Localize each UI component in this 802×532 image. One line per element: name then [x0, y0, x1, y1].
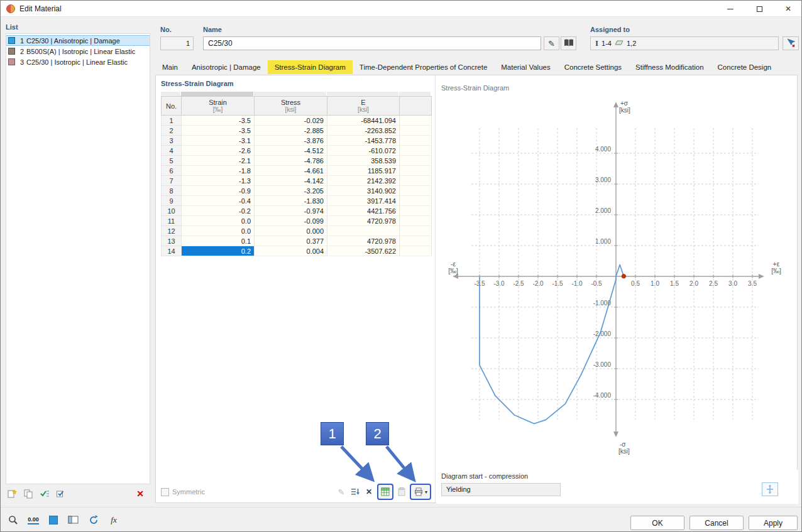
table-cell[interactable]: 0.0 — [182, 216, 255, 226]
symmetric-checkbox[interactable]: Symmetric — [161, 488, 205, 496]
table-cell[interactable]: -4.512 — [255, 146, 327, 156]
table-column-strip[interactable] — [161, 92, 431, 96]
tab-anisotropic-damage[interactable]: Anisotropic | Damage — [185, 60, 268, 74]
table-cell[interactable]: -3.5 — [182, 116, 255, 126]
table-cell[interactable] — [400, 216, 432, 226]
table-cell[interactable]: -3.205 — [255, 186, 327, 196]
table-cell[interactable]: -0.029 — [255, 116, 327, 126]
edit-values-button[interactable]: ✎ — [336, 485, 347, 499]
select-all-button[interactable] — [38, 487, 51, 500]
table-cell[interactable] — [400, 226, 432, 236]
refresh-button[interactable] — [86, 513, 101, 528]
table-cell[interactable]: -0.974 — [255, 206, 327, 216]
material-list-item[interactable]: 2B500S(A) | Isotropic | Linear Elastic — [6, 46, 150, 57]
table-cell[interactable]: -0.2 — [182, 206, 255, 216]
delete-rows-button[interactable]: ✕ — [363, 485, 375, 499]
table-cell[interactable]: -3.876 — [255, 136, 327, 146]
diagram-axis-button[interactable] — [762, 482, 778, 496]
table-cell[interactable] — [400, 136, 432, 146]
tab-stiffness-modification[interactable]: Stiffness Modification — [629, 60, 710, 74]
diagram-start-select[interactable]: Yielding — [441, 483, 561, 496]
tab-stress-strain-diagram[interactable]: Stress-Strain Diagram — [268, 60, 353, 74]
table-cell[interactable]: -68441.094 — [327, 116, 400, 126]
table-cell[interactable]: 6 — [162, 166, 182, 176]
selected-cell[interactable]: 0.2 — [182, 246, 255, 256]
titlebar[interactable]: Edit Material ✕ — [1, 1, 801, 17]
table-cell[interactable]: -2.885 — [255, 126, 327, 136]
table-cell[interactable]: 3140.902 — [327, 186, 400, 196]
material-list-item[interactable]: 3C25/30 | Isotropic | Linear Elastic — [6, 57, 150, 67]
formula-button[interactable]: fx — [106, 513, 121, 528]
table-cell[interactable] — [400, 116, 432, 126]
table-cell[interactable]: 0.377 — [255, 236, 327, 246]
deselect-all-button[interactable] — [55, 487, 67, 500]
table-cell[interactable] — [400, 176, 432, 186]
decimal-places-button[interactable]: 0.00 — [26, 513, 41, 528]
cancel-button[interactable]: Cancel — [689, 516, 744, 530]
table-cell[interactable]: 12 — [162, 226, 182, 236]
table-cell[interactable] — [400, 246, 432, 256]
table-cell[interactable] — [400, 206, 432, 216]
table-cell[interactable]: -1.3 — [182, 176, 255, 186]
new-material-button[interactable] — [6, 487, 18, 500]
table-cell[interactable]: -610.072 — [327, 146, 400, 156]
column-header[interactable]: Stress[ksi] — [255, 97, 327, 116]
table-cell[interactable] — [327, 226, 400, 236]
table-cell[interactable]: -4.142 — [255, 176, 327, 186]
table-cell[interactable]: 4421.756 — [327, 206, 400, 216]
table-cell[interactable]: -4.661 — [255, 166, 327, 176]
table-cell[interactable]: 0.000 — [255, 226, 327, 236]
table-cell[interactable]: -0.4 — [182, 196, 255, 206]
table-cell[interactable]: -1453.778 — [327, 136, 400, 146]
table-cell[interactable]: -1.830 — [255, 196, 327, 206]
edit-name-button[interactable]: ✎ — [544, 36, 559, 50]
table-cell[interactable]: -3507.622 — [327, 246, 400, 256]
column-header[interactable]: Strain[‰] — [182, 97, 255, 116]
table-cell[interactable]: 0.0 — [182, 226, 255, 236]
table-cell[interactable]: -3.5 — [182, 126, 255, 136]
table-cell[interactable]: 5 — [162, 156, 182, 166]
table-export-dropdown-button[interactable]: ▾ — [410, 484, 431, 500]
table-cell[interactable]: 358.539 — [327, 156, 400, 166]
table-cell[interactable]: -0.9 — [182, 186, 255, 196]
table-cell[interactable]: -2263.852 — [327, 126, 400, 136]
tab-main[interactable]: Main — [155, 60, 185, 74]
table-cell[interactable] — [400, 236, 432, 246]
delete-material-button[interactable]: ✕ — [134, 487, 146, 500]
stress-strain-table[interactable]: No.Strain[‰]Stress[ksi]E[ksi] 1-3.5-0.02… — [161, 96, 432, 256]
table-cell[interactable] — [400, 166, 432, 176]
table-cell[interactable] — [400, 186, 432, 196]
table-cell[interactable]: 11 — [162, 216, 182, 226]
table-cell[interactable]: 1185.917 — [327, 166, 400, 176]
sort-rows-button[interactable] — [349, 485, 361, 499]
column-header[interactable]: No. — [162, 97, 182, 116]
table-cell[interactable]: -4.786 — [255, 156, 327, 166]
find-button[interactable] — [6, 513, 21, 528]
table-cell[interactable] — [400, 196, 432, 206]
table-cell[interactable] — [400, 126, 432, 136]
tab-concrete-design[interactable]: Concrete Design — [711, 60, 779, 74]
table-cell[interactable]: 1 — [162, 116, 182, 126]
material-name-input[interactable]: C25/30 — [203, 36, 541, 50]
table-cell[interactable]: -0.099 — [255, 216, 327, 226]
table-cell[interactable]: 10 — [162, 206, 182, 216]
table-cell[interactable]: -2.1 — [182, 156, 255, 166]
table-cell[interactable]: -2.6 — [182, 146, 255, 156]
copy-material-button[interactable] — [22, 487, 35, 500]
table-cell[interactable]: 7 — [162, 176, 182, 186]
apply-button[interactable]: Apply — [749, 516, 798, 530]
table-cell[interactable] — [400, 156, 432, 166]
table-cell[interactable]: 3 — [162, 136, 182, 146]
select-objects-button[interactable] — [783, 36, 799, 50]
material-library-button[interactable] — [561, 36, 576, 50]
table-cell[interactable]: 13 — [162, 236, 182, 246]
tab-concrete-settings[interactable]: Concrete Settings — [558, 60, 629, 74]
display-color-button[interactable] — [46, 513, 61, 528]
tab-material-values[interactable]: Material Values — [494, 60, 557, 74]
table-cell[interactable] — [400, 146, 432, 156]
table-cell[interactable]: 3917.414 — [327, 196, 400, 206]
material-list[interactable]: 1C25/30 | Anisotropic | Damage2B500S(A) … — [6, 33, 150, 484]
tab-time-dependent-properties-of-concrete[interactable]: Time-Dependent Properties of Concrete — [353, 60, 494, 74]
maximize-button[interactable] — [745, 1, 774, 17]
panel-layout-button[interactable] — [66, 513, 81, 528]
